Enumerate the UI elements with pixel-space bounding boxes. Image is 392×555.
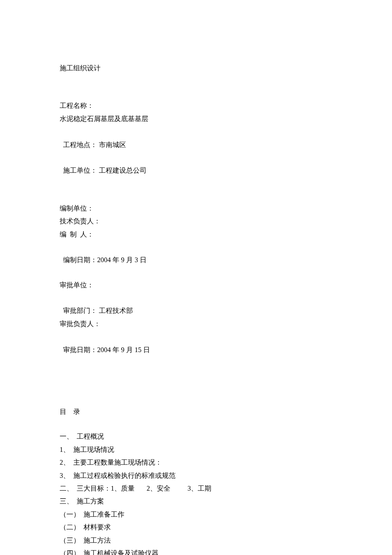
toc-item: 一、 工程概况 <box>60 430 332 443</box>
approval-dept-line: 审批部门： 工程技术部 <box>60 292 332 318</box>
compilation-author-label: 编 制 人： <box>60 228 332 241</box>
project-unit-label: 施工单位： <box>63 167 97 174</box>
toc-item: 二、 三大目标：1、质量 2、安全 3、工期 <box>60 482 332 495</box>
compilation-unit-label: 编制单位： <box>60 202 332 215</box>
compilation-tech-lead-label: 技术负责人： <box>60 215 332 228</box>
project-location-value: 市南城区 <box>97 141 126 148</box>
document-title: 施工组织设计 <box>60 62 332 75</box>
toc-item: （三） 施工方法 <box>60 534 332 547</box>
project-name-value: 水泥稳定石屑基层及底基基层 <box>60 113 332 125</box>
approval-date-line: 审批日期：2004 年 9 月 15 日 <box>60 330 332 356</box>
project-location-label: 工程地点： <box>63 141 97 148</box>
toc-item: （四） 施工机械设备及试验仪器 <box>60 547 332 555</box>
approval-unit-label: 审批单位： <box>60 279 332 292</box>
project-location-line: 工程地点： 市南城区 <box>60 125 332 151</box>
project-unit-line: 施工单位： 工程建设总公司 <box>60 151 332 177</box>
toc-item: （二） 材料要求 <box>60 521 332 534</box>
toc-item: （一） 施工准备工作 <box>60 508 332 521</box>
toc-item: 1、 施工现场情况 <box>60 443 332 456</box>
toc-heading: 目 录 <box>60 405 332 418</box>
approval-dept-label: 审批部门： <box>63 307 97 314</box>
approval-dept-value: 工程技术部 <box>97 307 133 314</box>
approval-date-value: 2004 年 9 月 15 日 <box>97 346 150 353</box>
toc-item: 三、 施工方案 <box>60 495 332 508</box>
approval-date-label: 审批日期： <box>63 346 97 353</box>
project-unit-value: 工程建设总公司 <box>97 167 147 174</box>
approval-head-label: 审批负责人： <box>60 318 332 330</box>
compilation-date-line: 编制日期：2004 年 9 月 3 日 <box>60 241 332 267</box>
compilation-date-label: 编制日期： <box>63 256 97 263</box>
project-name-label: 工程名称： <box>60 99 332 112</box>
toc-item: 3、 施工过程或检验执行的标准或规范 <box>60 469 332 482</box>
compilation-date-value: 2004 年 9 月 3 日 <box>97 256 147 263</box>
toc-item: 2、 主要工程数量施工现场情况： <box>60 456 332 469</box>
